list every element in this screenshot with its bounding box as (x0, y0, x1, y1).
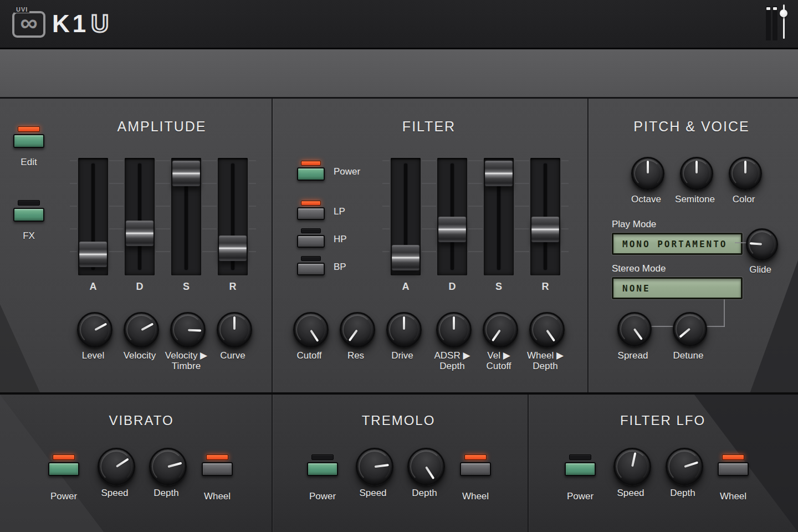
filter-slider-sustain[interactable] (475, 158, 522, 275)
amp-slider-label-d: D (129, 281, 151, 293)
amp-fx-button-face[interactable] (13, 208, 44, 222)
play-mode-display[interactable]: MONO PORTAMENTO (612, 233, 743, 255)
color-knob[interactable] (729, 157, 762, 190)
filter-lfo-power-button-face[interactable] (565, 462, 596, 476)
filter-hp-button-face[interactable] (297, 235, 325, 248)
panel-divider (272, 99, 273, 392)
knob-pointer (403, 316, 405, 330)
filter-slider-attack[interactable] (382, 158, 429, 275)
mini-fader-a-cap[interactable] (766, 7, 770, 10)
connector-line (724, 299, 725, 327)
res-knob[interactable] (340, 312, 375, 347)
amp-slider-sustain[interactable] (163, 158, 209, 275)
amp-edit-button-face[interactable] (13, 134, 44, 148)
filter-bp-label: BP (334, 262, 346, 273)
curve-knob[interactable] (217, 312, 252, 347)
stereo-mode-label: Stereo Mode (612, 263, 666, 274)
knob-pointer (631, 452, 636, 467)
color-knob-label: Color (713, 194, 774, 204)
filter-bp-button[interactable] (298, 256, 324, 275)
knob-pointer (310, 329, 319, 341)
label-line: Curve (202, 350, 263, 361)
vibrato-power-label: Power (50, 491, 77, 502)
filter-lfo-power-label: Power (567, 491, 594, 502)
slider-handle[interactable] (485, 161, 513, 186)
tremolo-power-button-face[interactable] (307, 462, 338, 476)
velocity-timbre-knob[interactable] (170, 312, 206, 347)
led-indicator (722, 454, 744, 460)
slider-handle[interactable] (392, 245, 420, 270)
vibrato-wheel-button-face[interactable] (202, 462, 233, 476)
mini-fader-b[interactable] (773, 6, 777, 40)
drive-knob[interactable] (386, 312, 422, 347)
amp-fx-label: FX (23, 231, 35, 242)
velocity-knob[interactable] (124, 312, 159, 347)
vibrato-speed-knob[interactable] (98, 448, 135, 485)
filter-bp-button-face[interactable] (297, 263, 325, 275)
amp-slider-label-a: A (82, 281, 104, 293)
filter-lfo-wheel-button[interactable]: Wheel (715, 454, 751, 502)
level-knob[interactable] (77, 312, 112, 347)
filter-hp-button[interactable] (298, 228, 324, 248)
knob-pointer (634, 329, 643, 340)
glide-knob[interactable] (746, 228, 778, 260)
tremolo-power-button[interactable]: Power (305, 454, 340, 502)
filter-slider-release[interactable] (522, 158, 569, 275)
detune-knob[interactable] (673, 312, 707, 346)
amp-slider-decay[interactable] (116, 158, 163, 275)
amp-slider-attack[interactable] (70, 158, 116, 275)
label-line: Timbre (156, 361, 217, 371)
filter-slider-label-s: S (488, 281, 510, 293)
tremolo-depth-knob[interactable] (407, 448, 445, 485)
vibrato-power-button[interactable]: Power (46, 454, 81, 502)
filter-title: FILTER (335, 119, 523, 135)
tremolo-speed-knob[interactable] (356, 448, 393, 485)
adsr-depth-knob[interactable] (436, 312, 472, 347)
filter-power-button[interactable] (298, 161, 324, 181)
filter-lfo-wheel-button-face[interactable] (718, 462, 749, 476)
filter-lp-button-face[interactable] (297, 207, 325, 220)
slider-handle[interactable] (126, 221, 154, 246)
semitone-knob[interactable] (680, 157, 713, 190)
vibrato-wheel-button[interactable]: Wheel (200, 454, 235, 502)
filter-lfo-depth-knob[interactable] (666, 448, 703, 485)
product-name: K1 U (52, 10, 111, 38)
tremolo-title: TREMOLO (304, 413, 493, 428)
spread-knob-label: Spread (602, 350, 663, 361)
knob-pointer (546, 329, 556, 341)
led-indicator (18, 126, 40, 132)
wheel-depth-knob[interactable] (529, 312, 565, 347)
slider-handle[interactable] (79, 242, 107, 267)
label-line: Color (713, 194, 774, 204)
filter-power-button-face[interactable] (297, 167, 325, 181)
cutoff-knob[interactable] (293, 312, 329, 347)
slider-handle[interactable] (219, 236, 247, 261)
spread-knob[interactable] (617, 312, 652, 346)
slider-handle[interactable] (531, 217, 559, 242)
amp-slider-release[interactable] (209, 158, 256, 275)
tremolo-wheel-button-face[interactable] (460, 462, 491, 476)
tremolo-wheel-button[interactable]: Wheel (458, 454, 493, 502)
tremolo-power-label: Power (309, 491, 336, 502)
mini-slider-thumb[interactable] (780, 9, 787, 17)
amp-edit-button[interactable]: Edit (11, 126, 47, 168)
vibrato-depth-knob[interactable] (149, 448, 187, 485)
mini-fader-a[interactable] (766, 6, 771, 40)
octave-knob[interactable] (631, 157, 664, 190)
amp-slider-label-r: R (222, 281, 244, 293)
filter-lfo-speed-knob[interactable] (613, 448, 651, 485)
slider-handle[interactable] (172, 161, 200, 186)
stereo-mode-display[interactable]: NONE (612, 277, 743, 299)
filter-lfo-power-button[interactable]: Power (562, 454, 598, 502)
amp-fx-button[interactable]: FX (11, 200, 47, 242)
vibrato-power-button-face[interactable] (48, 462, 79, 476)
mini-fader-b-cap[interactable] (773, 7, 777, 10)
filter-slider-label-a: A (395, 281, 417, 293)
slider-handle[interactable] (438, 217, 466, 242)
vel-cutoff-knob[interactable] (483, 312, 518, 347)
knob-pointer (647, 161, 649, 173)
filter-lp-button[interactable] (298, 201, 324, 220)
knob-pointer (188, 329, 201, 331)
product-name-u: U (91, 10, 111, 38)
filter-slider-decay[interactable] (429, 158, 475, 275)
